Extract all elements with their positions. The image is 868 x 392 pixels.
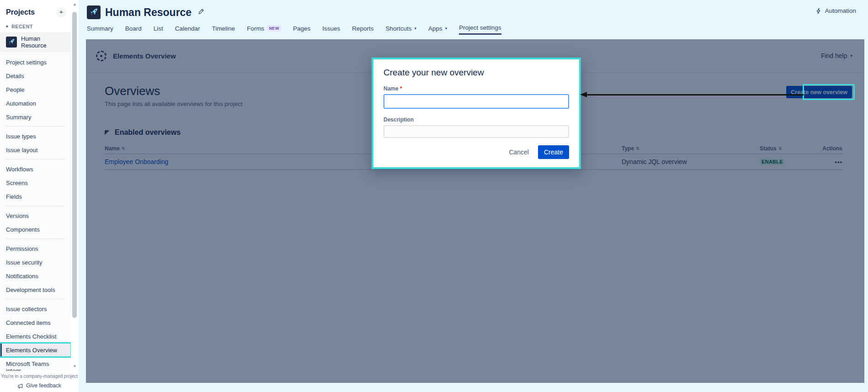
- sidebar-footer: You're in a company-managed project Give…: [0, 371, 79, 392]
- sidebar-item-issue-collectors[interactable]: Issue collectors: [0, 302, 71, 316]
- sidebar-item-project-settings[interactable]: Project settings: [0, 55, 71, 69]
- cancel-button[interactable]: Cancel: [509, 148, 529, 156]
- sidebar-item-issue-types[interactable]: Issue types: [0, 129, 71, 143]
- sidebar-item-elements-checklist[interactable]: Elements Checklist: [0, 329, 71, 343]
- sidebar-item-components[interactable]: Components: [0, 222, 71, 236]
- sidebar-item-permissions[interactable]: Permissions: [0, 242, 71, 255]
- rename-pen-icon[interactable]: [198, 8, 204, 16]
- recent-section-toggle[interactable]: ▾ RECENT: [0, 21, 71, 32]
- recent-label: RECENT: [11, 24, 33, 29]
- sidebar-item-summary[interactable]: Summary: [0, 110, 71, 124]
- project-title-row: Human Resource: [87, 5, 868, 19]
- project-avatar-rocket-icon: [6, 37, 17, 48]
- tab-timeline[interactable]: Timeline: [212, 25, 235, 34]
- project-settings-nav: Project settings Details People Automati…: [0, 52, 71, 384]
- page-title: Human Resource: [105, 6, 192, 19]
- sidebar-item-issue-security[interactable]: Issue security: [0, 255, 71, 269]
- tab-pages[interactable]: Pages: [293, 25, 310, 34]
- sidebar-item-microsoft-teams[interactable]: Microsoft Teams integr...: [0, 357, 71, 371]
- new-badge: NEW: [267, 25, 281, 32]
- tab-apps[interactable]: Apps ▾: [428, 25, 447, 34]
- nav-divider: [6, 299, 65, 299]
- description-input[interactable]: [383, 125, 569, 138]
- project-nav-tabs: Summary Board List Calendar Timeline For…: [87, 24, 868, 35]
- sidebar-item-notifications[interactable]: Notifications: [0, 269, 71, 283]
- name-input[interactable]: [383, 94, 569, 109]
- lightning-bolt-icon: [815, 8, 822, 14]
- create-button[interactable]: Create: [538, 145, 569, 159]
- annotation-box-modal: Create your new overview Name * Descript…: [372, 58, 581, 169]
- sidebar-project-human-resource[interactable]: Human Resource: [0, 32, 71, 52]
- sidebar-item-people[interactable]: People: [0, 83, 71, 96]
- project-header: Human Resource Summary Board List Calend…: [79, 0, 868, 39]
- nav-divider: [6, 126, 65, 127]
- name-field-label: Name *: [383, 85, 569, 92]
- nav-divider: [6, 159, 65, 159]
- nav-divider: [6, 206, 65, 206]
- scroll-up-icon[interactable]: ▲: [71, 2, 79, 6]
- sidebar-item-development-tools[interactable]: Development tools: [0, 283, 71, 297]
- project-name-label: Human Resource: [21, 35, 65, 49]
- chevron-down-icon: ▾: [415, 26, 417, 31]
- tab-project-settings[interactable]: Project settings: [459, 24, 501, 35]
- sidebar-item-versions[interactable]: Versions: [0, 209, 71, 222]
- annotation-arrow-line: [587, 94, 804, 95]
- required-asterisk: *: [400, 85, 402, 92]
- megaphone-icon: [17, 383, 23, 389]
- chevron-down-icon: ▾: [6, 25, 8, 29]
- sidebar-item-issue-layout[interactable]: Issue layout: [0, 143, 71, 157]
- tab-list[interactable]: List: [154, 25, 163, 34]
- sidebar-scrollbar[interactable]: ▲ ▼: [71, 0, 79, 371]
- sidebar-item-connected-items[interactable]: Connected items: [0, 316, 71, 329]
- projects-header: Projects +: [0, 0, 71, 21]
- tab-issues[interactable]: Issues: [322, 25, 340, 34]
- scrollbar-thumb[interactable]: [72, 12, 77, 318]
- tab-summary[interactable]: Summary: [87, 25, 113, 34]
- tab-shortcuts[interactable]: Shortcuts ▾: [385, 25, 416, 34]
- project-avatar-rocket-icon: [87, 5, 101, 19]
- modal-footer: Cancel Create: [383, 145, 569, 159]
- sidebar-item-details[interactable]: Details: [0, 69, 71, 83]
- projects-sidebar: Projects + ▾ RECENT Human Resource Proje…: [0, 0, 71, 371]
- give-feedback-label: Give feedback: [26, 382, 61, 389]
- tab-forms[interactable]: Forms NEW: [247, 25, 281, 34]
- tab-reports[interactable]: Reports: [352, 25, 373, 34]
- projects-title: Projects: [6, 8, 35, 16]
- create-overview-modal: Create your new overview Name * Descript…: [373, 59, 579, 167]
- add-project-button[interactable]: +: [56, 7, 66, 17]
- sidebar-item-screens[interactable]: Screens: [0, 176, 71, 190]
- tab-board[interactable]: Board: [125, 25, 142, 34]
- nav-divider: [6, 238, 65, 239]
- managed-project-note: You're in a company-managed project: [0, 374, 79, 379]
- description-field-label: Description: [383, 117, 569, 123]
- automation-label: Automation: [825, 7, 856, 14]
- annotation-arrow-head-icon: [580, 92, 587, 97]
- modal-title: Create your new overview: [383, 68, 569, 78]
- automation-button[interactable]: Automation: [815, 7, 856, 14]
- chevron-down-icon: ▾: [445, 26, 447, 31]
- sidebar-item-automation[interactable]: Automation: [0, 96, 71, 110]
- sidebar-item-workflows[interactable]: Workflows: [0, 162, 71, 176]
- sidebar-item-elements-overview[interactable]: Elements Overview: [0, 343, 71, 357]
- give-feedback-button[interactable]: Give feedback: [17, 382, 61, 389]
- tab-calendar[interactable]: Calendar: [175, 25, 200, 34]
- scroll-down-icon[interactable]: ▼: [71, 364, 79, 368]
- sidebar-item-fields[interactable]: Fields: [0, 190, 71, 203]
